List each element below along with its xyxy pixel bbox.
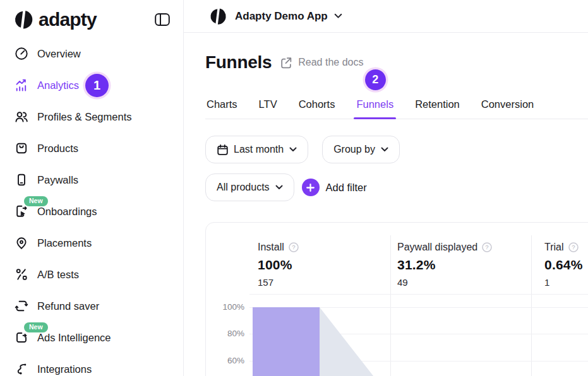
- step-count: 49: [397, 277, 492, 288]
- svg-text:?: ?: [292, 244, 295, 250]
- tab-funnels[interactable]: Funnels 2: [355, 95, 395, 119]
- app-selector[interactable]: Adapty Demo App: [208, 7, 342, 26]
- funnel-step-paywall-displayed: Paywall displayed ? 31.2% 49: [397, 242, 492, 288]
- sidebar-item-profiles-segments[interactable]: Profiles & Segments: [0, 101, 183, 132]
- step-percent: 100%: [258, 257, 299, 273]
- sidebar-item-label: Products: [37, 143, 78, 155]
- step-divider: [531, 235, 532, 376]
- sidebar-item-refund-saver[interactable]: Refund saver: [0, 290, 183, 322]
- sidebar-item-label: Integrations: [37, 363, 92, 375]
- read-the-docs-link[interactable]: Read the docs: [298, 57, 363, 68]
- chevron-down-icon: [275, 185, 283, 190]
- new-badge: New: [24, 322, 48, 332]
- sidebar-item-label: Onboardings: [37, 206, 97, 218]
- ab-tests-icon: [14, 267, 29, 282]
- help-icon[interactable]: ?: [568, 242, 579, 252]
- tab-funnels-label: Funnels: [356, 98, 393, 110]
- chevron-down-icon: [289, 147, 297, 152]
- svg-text:?: ?: [572, 244, 575, 250]
- calendar-icon: [217, 144, 229, 156]
- header-divider: [249, 294, 588, 295]
- tab-conversion[interactable]: Conversion: [480, 95, 535, 119]
- sidebar-logo-row: adapty: [0, 0, 183, 35]
- sidebar-item-label: Analytics: [37, 79, 79, 91]
- group-by-value: Group by: [333, 144, 375, 155]
- step-name: Install: [258, 242, 284, 253]
- adapty-logo-wordmark: adapty: [39, 9, 97, 30]
- tabs: Charts LTV Cohorts Funnels 2 Retention C…: [205, 95, 588, 119]
- external-link-icon: [279, 56, 292, 69]
- add-filter-label: Add filter: [326, 182, 367, 194]
- y-axis-tick: 100%: [210, 303, 244, 312]
- tab-retention[interactable]: Retention: [414, 95, 461, 119]
- paywalls-icon: [14, 172, 29, 187]
- page-title: Funnels: [205, 52, 272, 73]
- new-badge: New: [24, 196, 48, 206]
- svg-text:?: ?: [486, 244, 489, 250]
- sidebar-item-label: Paywalls: [37, 174, 78, 186]
- gauge-icon: [14, 46, 29, 61]
- refund-saver-icon: [14, 298, 29, 314]
- filters-row-2: All products Add filter: [205, 173, 367, 201]
- funnel-step-install: Install ? 100% 157: [258, 242, 299, 288]
- group-by-dropdown[interactable]: Group by: [322, 136, 400, 163]
- tutorial-step-badge-1: 1: [85, 74, 109, 97]
- topbar: Adapty Demo App: [184, 0, 588, 33]
- funnel-step-trial: Trial ? 0.64% 1: [544, 242, 583, 288]
- help-icon[interactable]: ?: [482, 242, 492, 252]
- ads-intelligence-icon: [14, 330, 29, 345]
- sidebar-item-placements[interactable]: Placements: [0, 227, 183, 259]
- sidebar: adapty Overview: [0, 0, 184, 376]
- products-icon: [14, 141, 29, 156]
- sidebar-item-products[interactable]: Products: [0, 132, 183, 164]
- sidebar-item-ab-tests[interactable]: A/B tests: [0, 259, 183, 290]
- step-name: Paywall displayed: [397, 242, 477, 253]
- sidebar-item-analytics[interactable]: Analytics 1: [0, 69, 183, 101]
- sidebar-item-overview[interactable]: Overview: [0, 38, 183, 69]
- help-icon[interactable]: ?: [289, 242, 299, 252]
- adapty-logo-icon: [13, 9, 34, 30]
- funnel-chart-card: Install ? 100% 157 Paywall displayed ? 3…: [205, 222, 588, 376]
- step-percent: 31.2%: [397, 257, 492, 273]
- products-value: All products: [217, 182, 270, 193]
- sidebar-item-label: Ads Intelligence: [37, 332, 111, 344]
- tab-charts[interactable]: Charts: [205, 95, 239, 119]
- filters-row-1: Last month Group by: [205, 136, 400, 163]
- step-name: Trial: [544, 242, 564, 253]
- analytics-icon: [14, 78, 29, 93]
- collapse-sidebar-icon: [154, 12, 171, 27]
- funnel-ramp: [320, 307, 392, 376]
- collapse-sidebar-button[interactable]: [154, 12, 171, 27]
- add-filter-button[interactable]: Add filter: [302, 179, 367, 196]
- funnel-bar-install: [253, 307, 320, 376]
- sidebar-item-paywalls[interactable]: Paywalls: [0, 164, 183, 196]
- sidebar-item-ads-intelligence[interactable]: New Ads Intelligence: [0, 322, 183, 353]
- date-range-dropdown[interactable]: Last month: [205, 136, 308, 163]
- profiles-icon: [14, 109, 29, 124]
- sidebar-item-onboardings[interactable]: New Onboardings: [0, 196, 183, 227]
- main-content: Funnels Read the docs Charts LTV Cohorts…: [184, 33, 588, 376]
- sidebar-nav: Overview Analytics 1 Profiles & Segments: [0, 38, 183, 376]
- step-count: 157: [258, 277, 299, 288]
- sidebar-item-label: A/B tests: [37, 269, 79, 281]
- tutorial-step-badge-2: 2: [365, 69, 386, 90]
- plus-icon: [302, 179, 320, 196]
- sidebar-item-label: Overview: [37, 48, 81, 60]
- tab-ltv[interactable]: LTV: [258, 95, 279, 119]
- onboardings-icon: [14, 204, 29, 219]
- products-dropdown[interactable]: All products: [205, 173, 294, 201]
- date-range-value: Last month: [234, 144, 284, 155]
- step-percent: 0.64%: [544, 257, 583, 273]
- sidebar-item-label: Profiles & Segments: [37, 111, 131, 123]
- app-logo-icon: [208, 7, 227, 26]
- sidebar-item-label: Refund saver: [37, 300, 99, 312]
- y-axis-tick: 60%: [210, 356, 244, 365]
- y-axis-tick: 80%: [210, 329, 244, 338]
- sidebar-item-integrations[interactable]: Integrations: [0, 353, 183, 376]
- page-title-row: Funnels Read the docs: [205, 52, 363, 73]
- tab-cohorts[interactable]: Cohorts: [297, 95, 337, 119]
- chevron-down-icon: [381, 147, 388, 152]
- integrations-icon: [14, 361, 29, 376]
- step-count: 1: [544, 277, 583, 288]
- placements-icon: [14, 235, 29, 250]
